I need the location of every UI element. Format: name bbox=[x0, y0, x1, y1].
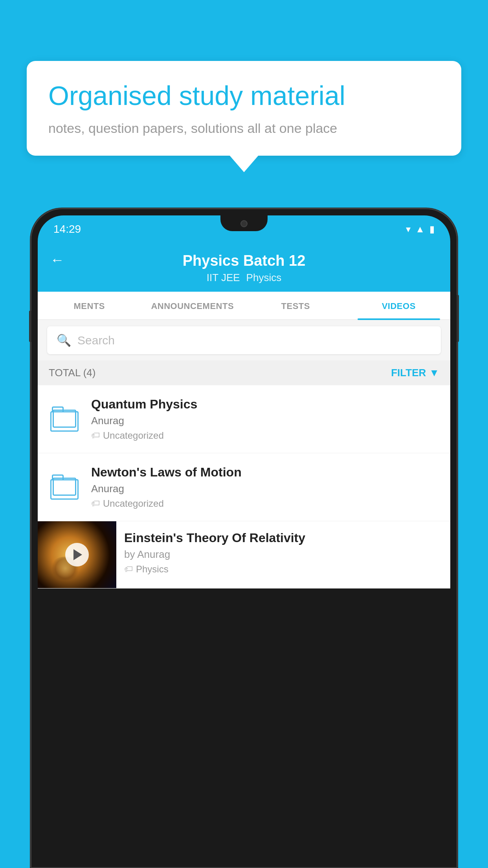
item-title: Quantum Physics bbox=[91, 397, 439, 412]
folder-front bbox=[53, 478, 76, 496]
play-icon bbox=[73, 549, 82, 560]
status-icons: ▾ ▲ ▮ bbox=[406, 224, 435, 235]
search-icon: 🔍 bbox=[57, 333, 71, 347]
item-tag: 🏷 Uncategorized bbox=[91, 498, 439, 509]
status-time: 14:29 bbox=[53, 223, 81, 235]
tag-icon: 🏷 bbox=[124, 564, 133, 574]
list-item[interactable]: Newton's Laws of Motion Anurag 🏷 Uncateg… bbox=[38, 453, 450, 521]
item-tag: 🏷 Uncategorized bbox=[91, 430, 439, 441]
video-thumbnail bbox=[38, 521, 116, 588]
search-bar-container: 🔍 Search bbox=[38, 320, 450, 360]
item-details: Newton's Laws of Motion Anurag 🏷 Uncateg… bbox=[91, 465, 439, 509]
header-physics: Physics bbox=[246, 272, 282, 284]
filter-icon: ▼ bbox=[429, 367, 439, 379]
filter-button[interactable]: FILTER ▼ bbox=[391, 367, 439, 379]
search-placeholder: Search bbox=[77, 334, 115, 347]
video-details: Einstein's Theory Of Relativity by Anura… bbox=[116, 521, 450, 583]
item-details: Quantum Physics Anurag 🏷 Uncategorized bbox=[91, 397, 439, 441]
header-title: Physics Batch 12 bbox=[183, 252, 306, 269]
list-item-video[interactable]: Einstein's Theory Of Relativity by Anura… bbox=[38, 521, 450, 588]
folder-icon bbox=[50, 406, 79, 432]
tag-label: Uncategorized bbox=[103, 498, 164, 509]
item-author: Anurag bbox=[91, 415, 439, 427]
speech-bubble: Organised study material notes, question… bbox=[27, 61, 461, 156]
folder-icon bbox=[50, 474, 79, 500]
phone-screen: 14:29 ▾ ▲ ▮ ← Physics Batch 12 IIT JEE P… bbox=[38, 215, 450, 861]
bubble-subtitle: notes, question papers, solutions all at… bbox=[48, 121, 440, 136]
tab-ments[interactable]: MENTS bbox=[38, 292, 141, 319]
folder-front bbox=[53, 410, 76, 428]
item-icon-wrap bbox=[49, 471, 80, 503]
front-camera bbox=[240, 220, 248, 227]
power-button bbox=[457, 295, 459, 342]
tag-label: Uncategorized bbox=[103, 430, 164, 441]
app-header: ← Physics Batch 12 IIT JEE Physics bbox=[38, 243, 450, 292]
search-input[interactable]: 🔍 Search bbox=[47, 326, 441, 354]
item-icon-wrap bbox=[49, 403, 80, 435]
header-subtitle: IIT JEE Physics bbox=[207, 272, 281, 284]
play-button[interactable] bbox=[65, 543, 89, 566]
video-tag: 🏷 Physics bbox=[124, 564, 442, 575]
tab-announcements[interactable]: ANNOUNCEMENTS bbox=[141, 292, 244, 319]
tag-icon: 🏷 bbox=[91, 498, 100, 509]
tag-icon: 🏷 bbox=[91, 430, 100, 441]
volume-button bbox=[29, 311, 31, 342]
wifi-icon: ▾ bbox=[406, 224, 411, 235]
phone-notch bbox=[220, 215, 268, 231]
list-item[interactable]: Quantum Physics Anurag 🏷 Uncategorized bbox=[38, 385, 450, 453]
phone-device: 14:29 ▾ ▲ ▮ ← Physics Batch 12 IIT JEE P… bbox=[31, 208, 457, 868]
video-title: Einstein's Theory Of Relativity bbox=[124, 531, 442, 545]
total-count: TOTAL (4) bbox=[49, 367, 95, 379]
video-tag-label: Physics bbox=[136, 564, 169, 575]
item-author: Anurag bbox=[91, 483, 439, 495]
back-button[interactable]: ← bbox=[50, 252, 64, 268]
tab-tests[interactable]: TESTS bbox=[244, 292, 347, 319]
battery-icon: ▮ bbox=[429, 224, 435, 235]
filter-label: FILTER bbox=[391, 367, 426, 379]
item-title: Newton's Laws of Motion bbox=[91, 465, 439, 480]
list-header: TOTAL (4) FILTER ▼ bbox=[38, 360, 450, 385]
signal-icon: ▲ bbox=[415, 224, 425, 235]
header-iit-jee: IIT JEE bbox=[207, 272, 240, 284]
video-author: by Anurag bbox=[124, 548, 442, 561]
video-list: Quantum Physics Anurag 🏷 Uncategorized bbox=[38, 385, 450, 588]
bubble-title: Organised study material bbox=[48, 80, 440, 112]
tab-bar: MENTS ANNOUNCEMENTS TESTS VIDEOS bbox=[38, 292, 450, 320]
tab-videos[interactable]: VIDEOS bbox=[347, 292, 451, 319]
